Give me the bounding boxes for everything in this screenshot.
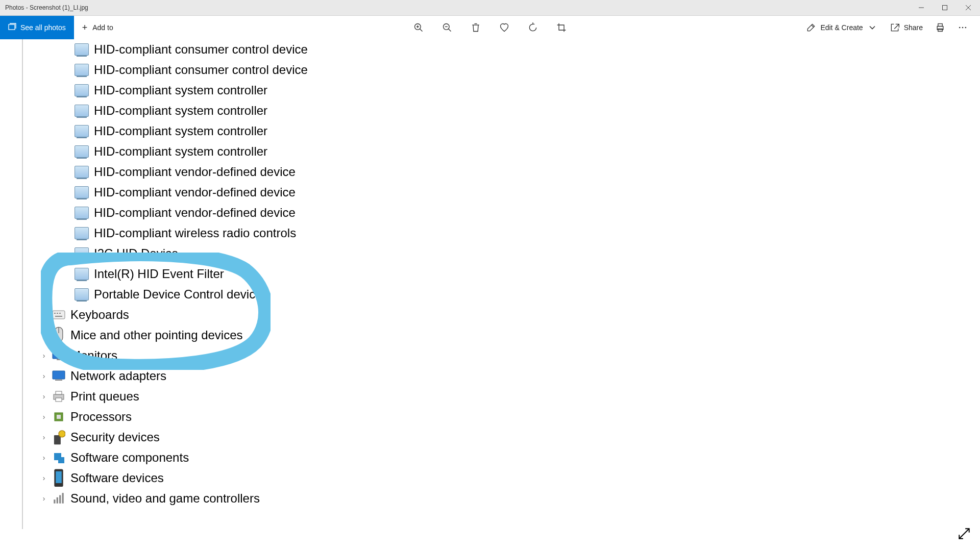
device-label: I2C HID Device (94, 246, 178, 261)
svg-line-47 (959, 529, 969, 539)
more-button[interactable] (958, 22, 968, 33)
device-label: Portable Device Control device (94, 287, 262, 302)
category-keyboards: › Keyboards (0, 305, 308, 325)
minimize-button[interactable] (910, 0, 933, 15)
device-tree: HID-compliant consumer control device HI… (0, 39, 308, 509)
svg-rect-33 (56, 391, 62, 394)
device-icon (75, 84, 89, 96)
device-item: HID-compliant system controller (0, 141, 308, 162)
device-item: HID-compliant system controller (0, 121, 308, 141)
chevron-down-icon (867, 22, 877, 33)
expand-chevron-icon: › (40, 311, 48, 319)
svg-rect-30 (53, 371, 65, 379)
add-to-button[interactable]: + Add to (74, 22, 121, 33)
see-all-label: See all photos (20, 23, 66, 32)
svg-rect-1 (943, 6, 947, 10)
category-label: Print queues (70, 389, 139, 404)
device-item: Portable Device Control device (0, 284, 308, 305)
rotate-button[interactable] (528, 22, 538, 33)
expand-chevron-icon: › (40, 352, 48, 360)
component-icon (52, 451, 65, 464)
category-label: Processors (70, 410, 132, 424)
see-all-photos-button[interactable]: See all photos (0, 16, 74, 39)
category-label: Network adapters (70, 369, 166, 383)
sound-icon (52, 492, 65, 505)
expand-chevron-icon: › (40, 454, 48, 462)
cpu-icon (52, 410, 65, 423)
svg-rect-21 (53, 311, 65, 319)
device-label: HID-compliant consumer control device (94, 42, 308, 57)
svg-rect-17 (938, 29, 942, 32)
security-icon (52, 431, 65, 444)
device-icon (75, 145, 89, 158)
category-processors: › Processors (0, 407, 308, 427)
device-icon (75, 207, 89, 219)
close-button[interactable] (957, 0, 980, 15)
device-icon (75, 268, 89, 280)
zoom-in-button[interactable] (413, 22, 424, 33)
maximize-button[interactable] (933, 0, 957, 15)
network-icon (52, 369, 65, 383)
expand-chevron-icon: › (40, 474, 48, 482)
device-item: HID-compliant system controller (0, 80, 308, 101)
print-button[interactable] (935, 22, 945, 33)
device-icon (75, 166, 89, 178)
favorite-button[interactable] (499, 22, 509, 33)
device-icon (75, 43, 89, 56)
delete-button[interactable] (471, 22, 481, 33)
svg-rect-46 (62, 493, 64, 504)
device-label: HID-compliant system controller (94, 124, 267, 138)
device-icon (75, 64, 89, 76)
mouse-icon (52, 329, 65, 342)
device-label: HID-compliant system controller (94, 104, 267, 118)
software-device-icon (52, 471, 65, 485)
device-label: Intel(R) HID Event Filter (94, 267, 224, 281)
svg-rect-34 (56, 398, 62, 402)
expand-chevron-icon: › (40, 494, 48, 503)
svg-rect-16 (938, 24, 942, 27)
category-label: Software components (70, 450, 189, 465)
category-software-components: › Software components (0, 447, 308, 468)
svg-rect-36 (57, 415, 61, 419)
device-label: HID-compliant system controller (94, 83, 267, 97)
category-software-devices: › Software devices (0, 468, 308, 488)
device-label: HID-compliant vendor-defined device (94, 206, 296, 220)
svg-rect-4 (9, 24, 15, 30)
photo-viewport[interactable]: HID-compliant consumer control device HI… (0, 39, 980, 551)
device-label: HID-compliant system controller (94, 144, 267, 159)
category-label: Software devices (70, 471, 164, 485)
device-label: HID-compliant vendor-defined device (94, 165, 296, 179)
device-item: Intel(R) HID Event Filter (0, 264, 308, 284)
monitor-icon (52, 349, 65, 362)
svg-point-20 (965, 27, 967, 29)
crop-button[interactable] (556, 22, 567, 33)
share-button[interactable]: Share (890, 22, 923, 33)
fullscreen-button[interactable] (958, 527, 971, 542)
category-label: Sound, video and game controllers (70, 491, 260, 506)
svg-line-10 (449, 29, 451, 32)
svg-line-14 (894, 24, 899, 29)
device-item: HID-compliant vendor-defined device (0, 162, 308, 182)
printer-icon (52, 390, 65, 403)
svg-rect-29 (57, 359, 61, 360)
svg-rect-43 (54, 499, 55, 504)
device-item: HID-compliant system controller (0, 101, 308, 121)
category-monitors: › Monitors (0, 345, 308, 366)
zoom-out-button[interactable] (442, 22, 452, 33)
svg-rect-22 (54, 313, 56, 314)
category-label: Mice and other pointing devices (70, 328, 243, 342)
svg-rect-25 (55, 316, 62, 317)
add-to-label: Add to (92, 23, 113, 32)
svg-rect-45 (59, 495, 61, 504)
device-icon (75, 125, 89, 137)
share-label: Share (904, 23, 923, 32)
expand-chevron-icon: › (40, 413, 48, 421)
category-sound: › Sound, video and game controllers (0, 488, 308, 509)
keyboard-icon (52, 308, 65, 321)
device-item: HID-compliant vendor-defined device (0, 182, 308, 203)
svg-rect-31 (55, 380, 62, 381)
edit-create-label: Edit & Create (820, 23, 863, 32)
device-item: HID-compliant vendor-defined device (0, 203, 308, 223)
svg-point-18 (959, 27, 961, 29)
edit-create-button[interactable]: Edit & Create (806, 22, 877, 33)
